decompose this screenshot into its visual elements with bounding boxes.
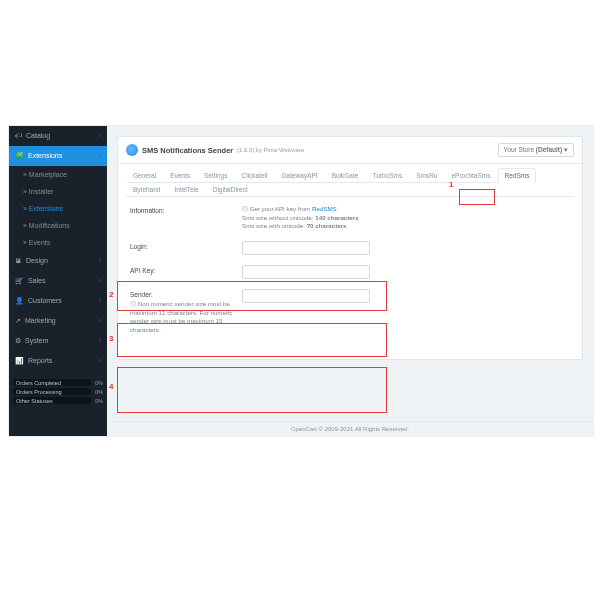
chart-icon: 📊 <box>15 355 24 367</box>
share-icon: ↗ <box>15 315 21 327</box>
main-content: SMS Notifications Sender [1.6.0] by Pint… <box>107 126 593 436</box>
cart-icon: 🛒 <box>15 275 24 287</box>
tab-gatewayapi[interactable]: GatewayAPI <box>275 168 325 183</box>
page-subtitle: [1.6.0] by Pinta Webware <box>237 147 304 153</box>
sidebar: 🏷Catalog› 🧩Extensions› » Marketplace » I… <box>9 126 107 436</box>
gear-icon: ⚙ <box>15 335 21 347</box>
sidebar-item-catalog[interactable]: 🏷Catalog› <box>9 126 107 146</box>
tab-bytehand[interactable]: Bytehand <box>126 182 167 197</box>
module-logo-icon <box>126 144 138 156</box>
tab-turbosms[interactable]: TurboSms <box>365 168 409 183</box>
tabs: GeneralEventsSettingsClickatellGatewayAP… <box>118 164 582 196</box>
information-label: Information: <box>126 205 242 214</box>
annotation-num-2: 2 <box>109 290 113 299</box>
sidebar-sub-extensions[interactable]: » Extensions <box>9 200 107 217</box>
chevron-right-icon: › <box>99 255 101 267</box>
progress-orders-processing: Orders Processing <box>13 388 91 395</box>
store-select[interactable]: Your Store (Default) ▾ <box>498 143 574 157</box>
sidebar-sub-installer[interactable]: » Installer <box>9 183 107 200</box>
progress-other-statuses: Other Statuses <box>13 397 91 404</box>
annotation-num-3: 3 <box>109 334 113 343</box>
page-title: SMS Notifications Sender <box>142 146 233 155</box>
login-label: Login: <box>126 241 242 250</box>
sidebar-item-customers[interactable]: 👤Customers› <box>9 291 107 311</box>
progress-orders-completed: Orders Completed <box>13 379 91 386</box>
redsms-link[interactable]: RedSMS <box>312 205 337 212</box>
tab-bulkgate[interactable]: BulkGate <box>325 168 366 183</box>
sidebar-progress: Orders Completed0% Orders Processing0% O… <box>9 379 107 404</box>
user-icon: 👤 <box>15 295 24 307</box>
sidebar-sub-modifications[interactable]: » Modifications <box>9 217 107 234</box>
tab-redsms[interactable]: RedSms <box>498 168 537 183</box>
information-text: ⓘ Get your API key from RedSMS Sms size … <box>242 205 574 231</box>
tab-inteltele[interactable]: IntelTele <box>167 182 205 197</box>
tab-clickatell[interactable]: Clickatell <box>235 168 275 183</box>
sender-input[interactable] <box>242 289 370 303</box>
footer: OpenCart © 2009-2021 All Rights Reserved… <box>107 421 593 436</box>
tab-digitaldirect[interactable]: DigitalDirect <box>206 182 255 197</box>
tag-icon: 🏷 <box>15 130 22 142</box>
tab-events[interactable]: Events <box>163 168 197 183</box>
settings-panel: SMS Notifications Sender [1.6.0] by Pint… <box>117 136 583 360</box>
tab-general[interactable]: General <box>126 168 163 183</box>
puzzle-icon: 🧩 <box>15 150 24 162</box>
sidebar-item-design[interactable]: 🖥Design› <box>9 251 107 271</box>
palette-icon: 🖥 <box>15 255 22 267</box>
annotation-num-4: 4 <box>109 382 113 391</box>
chevron-right-icon: › <box>99 315 101 327</box>
sidebar-item-sales[interactable]: 🛒Sales› <box>9 271 107 291</box>
annotation-num-1: 1 <box>449 180 453 189</box>
sidebar-item-reports[interactable]: 📊Reports› <box>9 351 107 371</box>
apikey-input[interactable] <box>242 265 370 279</box>
sidebar-item-extensions[interactable]: 🧩Extensions› <box>9 146 107 166</box>
login-input[interactable] <box>242 241 370 255</box>
apikey-label: API Key: <box>126 265 242 274</box>
sidebar-item-marketing[interactable]: ↗Marketing› <box>9 311 107 331</box>
info-icon: ⓘ <box>242 206 248 212</box>
chevron-down-icon: ▾ <box>564 146 568 153</box>
chevron-right-icon: › <box>99 295 101 307</box>
chevron-right-icon: › <box>99 355 101 367</box>
tab-smsru[interactable]: SmsRu <box>409 168 444 183</box>
info-icon: ⓘ <box>130 301 136 307</box>
chevron-right-icon: › <box>99 130 101 142</box>
sidebar-item-system[interactable]: ⚙System› <box>9 331 107 351</box>
sidebar-sub-events[interactable]: » Events <box>9 234 107 251</box>
chevron-right-icon: › <box>99 150 101 162</box>
chevron-right-icon: › <box>99 275 101 287</box>
sidebar-sub-marketplace[interactable]: » Marketplace <box>9 166 107 183</box>
chevron-right-icon: › <box>99 335 101 347</box>
tab-settings[interactable]: Settings <box>197 168 235 183</box>
sender-label: Sender: ⓘ Non numeric sender size must b… <box>126 289 242 335</box>
